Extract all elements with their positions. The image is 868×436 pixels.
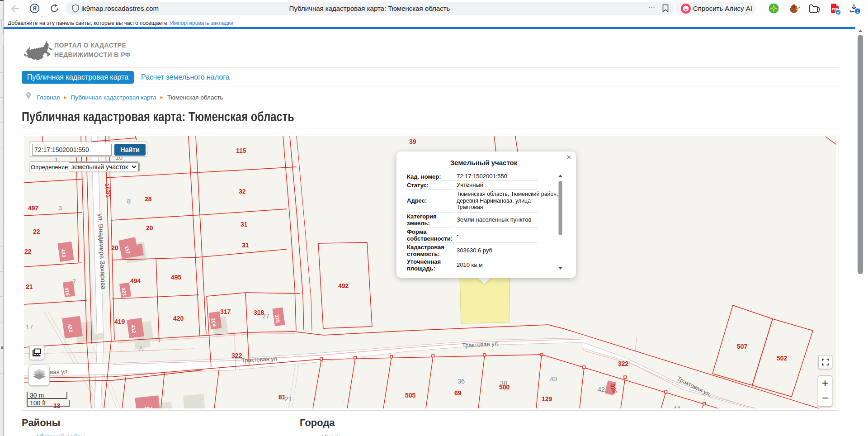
- svg-text:507: 507: [737, 343, 748, 350]
- svg-text:162/1: 162/1: [104, 183, 111, 198]
- svg-text:13: 13: [53, 402, 61, 408]
- svg-text:17: 17: [26, 323, 33, 331]
- svg-text:7: 7: [72, 278, 76, 285]
- svg-text:44: 44: [673, 405, 680, 408]
- svg-text:420: 420: [173, 315, 184, 322]
- svg-text:129: 129: [542, 395, 552, 403]
- svg-text:20: 20: [111, 244, 118, 251]
- svg-text:22: 22: [24, 248, 32, 255]
- svg-text:27: 27: [262, 313, 269, 320]
- svg-text:22: 22: [33, 228, 40, 235]
- svg-text:А: А: [139, 346, 143, 352]
- svg-text:31: 31: [242, 242, 249, 249]
- svg-text:502: 502: [777, 355, 788, 362]
- svg-text:25: 25: [212, 321, 220, 328]
- svg-text:Я: Я: [33, 5, 37, 12]
- svg-text:38: 38: [500, 379, 507, 387]
- svg-text:497: 497: [28, 204, 39, 212]
- svg-text:32: 32: [239, 188, 246, 195]
- svg-text:3: 3: [58, 204, 62, 212]
- svg-text:505: 505: [405, 392, 416, 399]
- svg-text:115: 115: [236, 147, 246, 154]
- svg-text:495: 495: [171, 274, 182, 281]
- svg-text:494: 494: [130, 277, 141, 284]
- svg-text:69: 69: [454, 389, 462, 397]
- svg-text:322: 322: [618, 360, 629, 367]
- svg-text:424: 424: [143, 406, 153, 408]
- svg-text:419: 419: [114, 318, 125, 325]
- svg-text:39: 39: [409, 138, 416, 145]
- svg-text:21: 21: [26, 283, 33, 290]
- svg-text:31: 31: [241, 221, 248, 228]
- svg-text:492: 492: [338, 282, 349, 289]
- svg-text:36: 36: [458, 378, 465, 385]
- svg-text:28: 28: [145, 195, 152, 203]
- svg-text:317: 317: [220, 308, 231, 315]
- svg-text:322: 322: [231, 352, 242, 359]
- svg-text:Трактовая ул.: Трактовая ул.: [462, 340, 500, 349]
- svg-text:21: 21: [285, 395, 292, 403]
- svg-text:20: 20: [146, 224, 153, 232]
- svg-text:8: 8: [127, 198, 131, 205]
- svg-text:1: 1: [856, 9, 859, 14]
- svg-text:40: 40: [550, 375, 557, 383]
- svg-text:42: 42: [598, 386, 605, 393]
